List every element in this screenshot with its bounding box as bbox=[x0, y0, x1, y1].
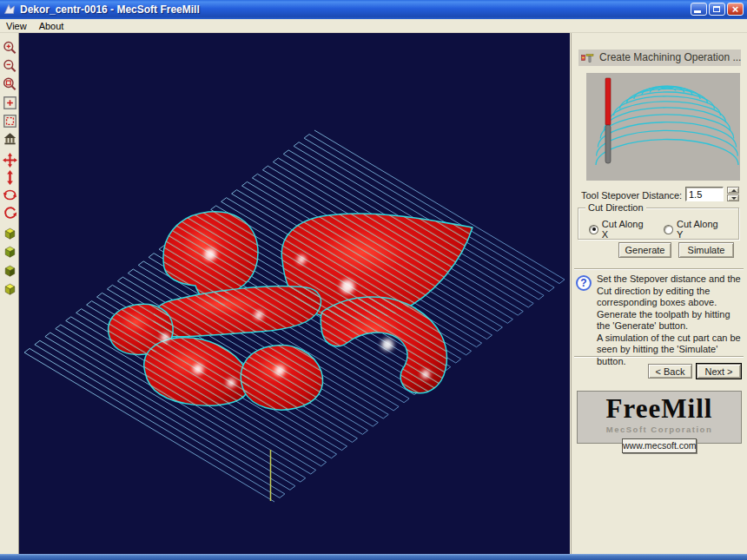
next-button[interactable]: Next > bbox=[696, 363, 742, 379]
separator bbox=[574, 356, 744, 358]
tool-icon bbox=[581, 51, 594, 64]
stepover-preview-image bbox=[586, 73, 740, 181]
separator bbox=[574, 268, 744, 270]
title-bar[interactable]: Dekor_centr-0016 - MecSoft FreeMill × bbox=[0, 0, 747, 19]
minimize-icon bbox=[694, 10, 701, 13]
help-line-2: A simulation of the cut part can be seen… bbox=[597, 333, 743, 368]
help-icon: ? bbox=[576, 275, 592, 291]
spinner-up-button[interactable] bbox=[727, 187, 739, 194]
view-toolbar bbox=[0, 33, 19, 554]
iso-view-4-icon[interactable] bbox=[2, 281, 18, 298]
wizard-header-title: Create Machining Operation ... bbox=[599, 51, 741, 63]
zoom-out-icon[interactable] bbox=[2, 58, 18, 75]
brand-company: MecSoft Corporation bbox=[578, 425, 741, 434]
back-button[interactable]: < Back bbox=[648, 364, 692, 379]
3d-viewport[interactable] bbox=[19, 33, 570, 554]
cut-direction-label: Cut Direction bbox=[585, 202, 646, 213]
close-icon: × bbox=[728, 3, 743, 16]
generate-button[interactable]: Generate bbox=[618, 242, 671, 258]
toolpath-scene bbox=[19, 33, 570, 554]
cut-along-y-label: Cut Along Y bbox=[677, 219, 726, 240]
iso-view-2-icon[interactable] bbox=[2, 244, 18, 260]
menu-about[interactable]: About bbox=[33, 20, 70, 32]
zoom-selected-icon[interactable] bbox=[2, 113, 18, 129]
window-title: Dekor_centr-0016 - MecSoft FreeMill bbox=[20, 3, 200, 16]
iso-view-3-icon[interactable] bbox=[2, 263, 18, 280]
spinner-down-button[interactable] bbox=[727, 194, 739, 201]
minimize-button[interactable] bbox=[691, 3, 707, 16]
menu-view[interactable]: View bbox=[0, 20, 33, 32]
menu-bar: View About bbox=[0, 19, 747, 33]
rotate-free-icon[interactable] bbox=[2, 187, 18, 203]
brand-name: FreeMill bbox=[578, 394, 741, 424]
close-button[interactable]: × bbox=[727, 3, 744, 16]
machining-wizard-panel: Create Machining Operation ... Tool Step… bbox=[571, 33, 747, 554]
zoom-in-icon[interactable] bbox=[2, 40, 18, 56]
stepover-spinner bbox=[727, 187, 739, 201]
iso-view-1-icon[interactable] bbox=[2, 226, 18, 242]
home-view-icon[interactable] bbox=[2, 130, 18, 147]
zoom-dynamic-icon[interactable] bbox=[2, 169, 18, 186]
wizard-header: Create Machining Operation ... bbox=[578, 49, 741, 66]
app-icon bbox=[3, 3, 17, 16]
zoom-window-icon[interactable] bbox=[2, 76, 18, 93]
stepover-label: Tool Stepover Distance: bbox=[581, 190, 682, 201]
restore-button[interactable] bbox=[709, 3, 725, 16]
cut-along-y-radio[interactable] bbox=[664, 225, 673, 234]
cut-along-x-label: Cut Along X bbox=[602, 219, 651, 240]
down-arrow-icon bbox=[731, 197, 737, 200]
window-bottom-edge bbox=[0, 554, 747, 560]
cut-direction-group: Cut Direction Cut Along X Cut Along Y bbox=[578, 208, 739, 240]
zoom-extents-icon[interactable] bbox=[2, 95, 18, 111]
cut-direction-options: Cut Along X Cut Along Y bbox=[589, 219, 738, 240]
help-line-1: Set the Stepover distance and the Cut di… bbox=[597, 273, 743, 333]
rotate-icon[interactable] bbox=[2, 204, 18, 221]
pan-icon[interactable] bbox=[2, 152, 18, 168]
simulate-button[interactable]: Simulate bbox=[678, 242, 734, 258]
up-arrow-icon bbox=[731, 189, 737, 192]
restore-icon bbox=[713, 6, 720, 12]
cut-along-x-radio[interactable] bbox=[589, 225, 598, 234]
dome-toolpath-graphic bbox=[586, 73, 740, 181]
stepover-input[interactable] bbox=[685, 187, 724, 201]
help-text: Set the Stepover distance and the Cut di… bbox=[597, 273, 743, 367]
website-button[interactable]: www.mecsoft.com bbox=[622, 438, 697, 453]
freemill-logo: FreeMill MecSoft Corporation bbox=[577, 391, 742, 444]
